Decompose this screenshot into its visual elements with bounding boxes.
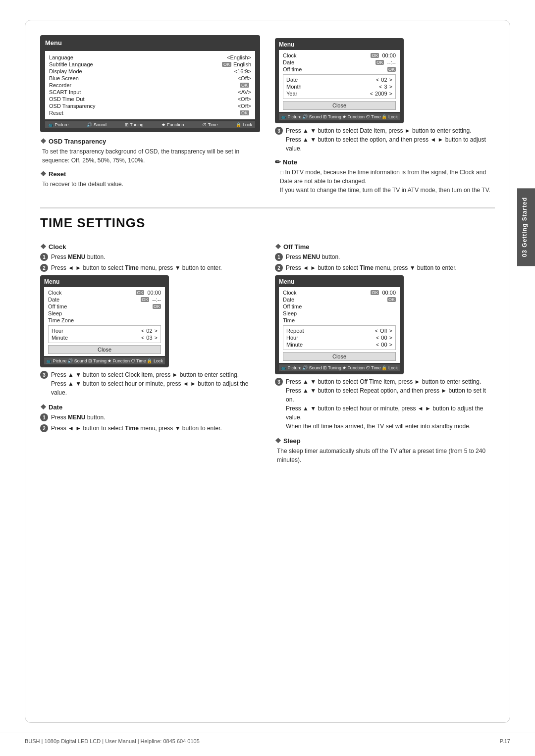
date-step1: 1 Press MENU button. — [40, 413, 260, 422]
popup-row: Clock OK 00:00 — [283, 289, 396, 296]
menu-row-value: Off — [241, 75, 248, 81]
popup-label: Off time — [283, 66, 384, 72]
popup-value: 00:00 — [382, 52, 396, 58]
popup-sub-box: Hour < 02 > Minute < 03 > — [48, 325, 161, 343]
step-num: 2 — [275, 264, 283, 272]
popup-footer: 📺 Picture 🔊 Sound ⊞ Tuning ★ Function ⏱ … — [279, 113, 400, 120]
diamond-icon: ❖ — [40, 170, 47, 178]
sub-label: Month — [286, 84, 377, 90]
popup-row: Date OK — [283, 296, 396, 303]
popup-sub-row: Year < 2009 > — [286, 90, 392, 97]
right-col-bottom: ❖ Off Time 1 Press MENU button. 2 Press … — [275, 238, 495, 468]
reset-heading: ❖ Reset — [40, 170, 260, 178]
popup-value: 00:00 — [147, 290, 161, 296]
menu-row: RecorderOK — [49, 82, 251, 89]
step-num: 3 — [275, 378, 283, 386]
menu-row: Display Mode<16:9> — [49, 68, 251, 75]
left-col-bottom: ❖ Clock 1 Press MENU button. 2 Press ◄ ►… — [40, 238, 260, 468]
popup-sub-row: Hour < 02 > — [52, 327, 158, 334]
diamond-icon: ❖ — [40, 243, 47, 251]
menu-row-value: AV — [241, 89, 248, 95]
reset-body: To recover to the default value. — [42, 180, 260, 189]
left-col-top: Menu Language<English> Subtitle Language… — [40, 35, 260, 199]
menu-row-label: Reset — [49, 110, 240, 116]
note-heading: ✏ Note — [275, 158, 495, 166]
menu-row-label: OSD Transparency — [49, 103, 238, 109]
sub-value: 00 — [381, 335, 387, 341]
popup-label: Clock — [283, 290, 368, 296]
popup-sub-box: Repeat < Off > Hour < 00 > — [283, 325, 396, 350]
popup-sub-row: Repeat < Off > — [286, 327, 392, 334]
popup-value: --:-- — [152, 297, 161, 302]
popup-title: Menu — [279, 278, 400, 285]
popup-label: Time Zone — [48, 317, 161, 323]
popup-row: Time — [283, 317, 396, 324]
close-button[interactable]: Close — [48, 345, 161, 354]
sub-label: Repeat — [286, 328, 373, 334]
popup-sub-box: Date < 02 > Month < 3 > — [283, 74, 396, 99]
footer-right: P.17 — [500, 738, 510, 744]
step-text: Press ▲ ▼ button to select Clock item, p… — [51, 370, 260, 397]
footer-item: ⏱ Time — [366, 365, 381, 370]
date-heading: ❖ Date — [40, 403, 260, 411]
offtime-menu-popup: Menu Clock OK 00:00 Date OK Off time — [275, 275, 404, 374]
sub-value: 00 — [381, 342, 387, 348]
popup-content: Clock OK 00:00 Date OK Off time Sleep — [279, 287, 400, 363]
popup-row: Clock OK 00:00 — [283, 52, 396, 59]
menu-row: SCART Input<AV> — [49, 89, 251, 96]
sub-label: Year — [286, 91, 368, 97]
footer-item: ⏱ Time — [366, 114, 381, 119]
offtime-step2: 2 Press ◄ ► button to select Time menu, … — [275, 263, 495, 272]
footer-tuning: ⊞ Tuning — [125, 122, 144, 127]
popup-content: Clock OK 00:00 Date OK --:-- Off time OK — [279, 50, 400, 112]
menu-row: Blue Screen<Off> — [49, 75, 251, 82]
popup-label: Date — [283, 59, 373, 65]
menu-box-content: Language<English> Subtitle LanguageOKEng… — [45, 51, 255, 119]
offtime-heading: ❖ Off Time — [275, 243, 495, 251]
sub-label: Date — [286, 77, 374, 83]
ok-badge: OK — [136, 290, 144, 295]
menu-row: Language<English> — [49, 54, 251, 61]
ok-badge: OK — [387, 297, 396, 302]
clock-step1: 1 Press MENU button. — [40, 252, 260, 261]
popup-content: Clock OK 00:00 Date OK --:-- Off time OK — [44, 287, 165, 356]
popup-row: Sleep — [283, 310, 396, 317]
date-step2: 2 Press ◄ ► button to select Time menu, … — [40, 424, 260, 433]
clock-heading: ❖ Clock — [40, 243, 260, 251]
footer-item: 🔒 Lock — [381, 114, 398, 119]
popup-row: Off time OK — [283, 66, 396, 73]
step-num: 3 — [40, 371, 48, 379]
step-text: Press ▲ ▼ button to select Off Time item… — [286, 377, 495, 431]
popup-label: Off time — [283, 303, 396, 309]
footer-item: ⊞ Tuning — [323, 114, 342, 119]
clock-menu-popup: Menu Clock OK 00:00 Date OK --:-- — [40, 275, 169, 367]
ok-badge: OK — [240, 110, 249, 115]
bottom-two-col: ❖ Clock 1 Press MENU button. 2 Press ◄ ►… — [40, 238, 495, 468]
footer-item: ★ Function — [342, 114, 365, 119]
sub-value: 02 — [146, 328, 152, 334]
ok-badge: OK — [387, 67, 396, 72]
pencil-icon: ✏ — [275, 158, 281, 166]
menu-row-label: Blue Screen — [49, 75, 238, 81]
popup-footer: 📺 Picture 🔊 Sound ⊞ Tuning ★ Function ⏱ … — [279, 364, 400, 371]
sub-value: 03 — [146, 335, 152, 341]
sub-label: Hour — [52, 328, 139, 334]
step3-date: 3 Press ▲ ▼ button to select Date item, … — [275, 126, 495, 153]
menu-popup-date: Menu Clock OK 00:00 Date OK --:-- — [275, 38, 404, 123]
close-button[interactable]: Close — [283, 352, 396, 361]
menu-row-label: Display Mode — [49, 68, 234, 74]
diamond-icon: ❖ — [275, 243, 281, 251]
footer-item: ⊞ Tuning — [88, 358, 107, 363]
step-text: Press MENU button. — [51, 413, 260, 422]
step-text: Press MENU button. — [286, 252, 495, 261]
close-button[interactable]: Close — [283, 101, 396, 110]
clock-step3: 3 Press ▲ ▼ button to select Clock item,… — [40, 370, 260, 397]
top-two-col: Menu Language<English> Subtitle Language… — [40, 35, 495, 199]
menu-row-value: English — [230, 54, 248, 60]
sub-value: Off — [380, 328, 387, 334]
footer-item: 📺 Picture — [281, 114, 302, 119]
menu-box-title: Menu — [45, 39, 255, 48]
step-num: 1 — [40, 253, 48, 261]
menu-row-label: Recorder — [49, 82, 240, 88]
step-num: 2 — [40, 264, 48, 272]
